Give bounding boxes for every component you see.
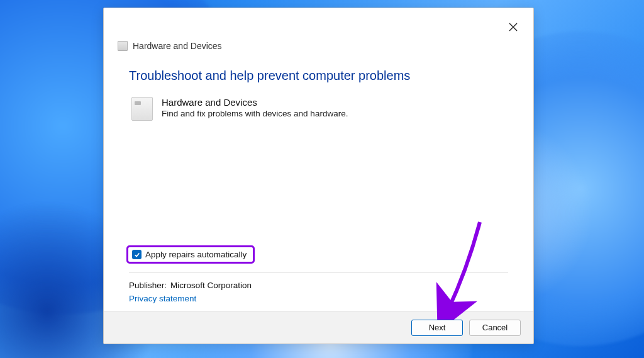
dialog-content: Troubleshoot and help prevent computer p… — [104, 51, 533, 245]
divider — [129, 272, 508, 273]
page-heading: Troubleshoot and help prevent computer p… — [129, 69, 508, 83]
cancel-button[interactable]: Cancel — [469, 320, 521, 336]
apply-repairs-checkbox[interactable] — [132, 250, 142, 259]
troubleshooter-icon — [131, 97, 153, 121]
titlebar: Hardware and Devices — [104, 8, 533, 51]
apply-repairs-highlight: Apply repairs automatically — [126, 245, 255, 264]
apply-repairs-label: Apply repairs automatically — [145, 250, 247, 259]
dialog-lower: Apply repairs automatically Publisher:Mi… — [104, 245, 533, 311]
checkmark-icon — [134, 252, 140, 258]
publisher-value: Microsoft Corporation — [170, 281, 252, 290]
troubleshooter-dialog: Hardware and Devices Troubleshoot and he… — [103, 8, 534, 344]
next-button[interactable]: Next — [411, 320, 463, 336]
window-title: Hardware and Devices — [133, 41, 222, 51]
troubleshooter-name: Hardware and Devices — [162, 97, 348, 108]
close-icon — [509, 23, 518, 31]
publisher-label: Publisher: — [129, 281, 167, 290]
troubleshooter-block: Hardware and Devices Find and fix proble… — [131, 97, 508, 121]
troubleshooter-description: Find and fix problems with devices and h… — [162, 109, 348, 118]
window-icon — [118, 41, 128, 51]
publisher-row: Publisher:Microsoft Corporation — [129, 281, 508, 290]
privacy-statement-link[interactable]: Privacy statement — [129, 294, 508, 303]
close-button[interactable] — [506, 20, 521, 35]
dialog-footer: Next Cancel — [104, 311, 533, 344]
